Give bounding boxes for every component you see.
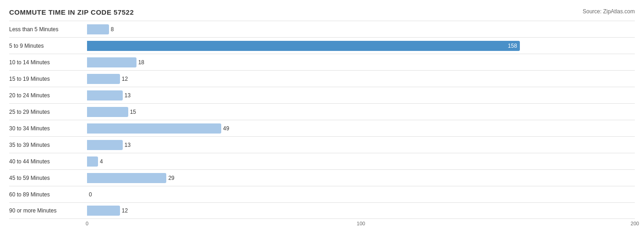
bar-row: 20 to 24 Minutes13 [9,87,635,103]
chart-container: COMMUTE TIME IN ZIP CODE 57522 Source: Z… [0,0,644,240]
bar-track: 15 [87,107,635,117]
bar-value-label: 158 [508,43,517,49]
bar-value-label: 13 [125,92,131,99]
bar-value-label: 8 [111,26,114,33]
bar-fill: 4 [87,156,98,167]
x-axis-tick: 0 [86,221,88,226]
bar-fill: 49 [87,123,221,134]
bar-row: 10 to 14 Minutes18 [9,54,635,70]
bar-row: 45 to 59 Minutes29 [9,169,635,186]
bar-row: 35 to 39 Minutes13 [9,136,635,153]
bar-row: 60 to 89 Minutes0 [9,186,635,202]
bar-value-label: 13 [125,142,131,148]
bar-track: 29 [87,173,635,183]
bar-row: 25 to 29 Minutes15 [9,103,635,120]
bar-track: 12 [87,206,635,216]
bar-track: 158 [87,41,635,51]
bar-label: 60 to 89 Minutes [9,191,87,198]
bar-row: 5 to 9 Minutes158 [9,37,635,54]
bar-label: Less than 5 Minutes [9,26,87,33]
bar-label: 25 to 29 Minutes [9,109,87,115]
bar-fill: 8 [87,24,109,34]
bar-fill: 158 [87,41,520,51]
bar-value-label: 49 [223,125,229,132]
bar-row: Less than 5 Minutes8 [9,21,635,37]
bar-fill: 13 [87,90,123,100]
bar-fill: 12 [87,74,120,84]
bar-track: 13 [87,140,635,150]
x-axis: 0100200 [87,221,635,229]
bar-track: 49 [87,123,635,134]
bar-label: 35 to 39 Minutes [9,142,87,148]
chart-header: COMMUTE TIME IN ZIP CODE 57522 Source: Z… [9,8,635,16]
bar-value-label: 18 [138,59,144,66]
bar-fill: 15 [87,107,128,117]
bar-track: 13 [87,90,635,100]
chart-source: Source: ZipAtlas.com [583,8,635,15]
bar-row: 90 or more Minutes12 [9,202,635,219]
bar-fill: 12 [87,206,120,216]
bar-label: 40 to 44 Minutes [9,158,87,165]
bar-row: 30 to 34 Minutes49 [9,120,635,136]
bar-track: 12 [87,74,635,84]
bar-track: 4 [87,156,635,167]
bar-track: 18 [87,57,635,67]
bar-label: 45 to 59 Minutes [9,175,87,181]
bar-value-label: 15 [130,109,136,115]
chart-area: Less than 5 Minutes85 to 9 Minutes15810 … [9,21,635,219]
bar-label: 20 to 24 Minutes [9,92,87,99]
bar-label: 90 or more Minutes [9,207,87,214]
bar-label: 10 to 14 Minutes [9,59,87,66]
bar-label: 15 to 19 Minutes [9,76,87,82]
bar-value-label: 4 [100,158,103,165]
bar-track: 8 [87,24,635,34]
bar-value-label: 12 [122,76,128,82]
x-axis-tick: 100 [357,221,365,226]
bar-value-label: 12 [122,207,128,214]
bar-row: 15 to 19 Minutes12 [9,70,635,87]
bar-fill: 18 [87,57,136,67]
bar-row: 40 to 44 Minutes4 [9,153,635,169]
bar-value-label: 29 [168,175,174,181]
bar-fill: 13 [87,140,123,150]
chart-title: COMMUTE TIME IN ZIP CODE 57522 [9,8,134,16]
bar-label: 5 to 9 Minutes [9,43,87,49]
bar-label: 30 to 34 Minutes [9,125,87,132]
bar-value-label: 0 [89,191,92,198]
x-axis-tick: 200 [631,221,639,226]
bar-track: 0 [87,190,635,200]
bar-fill: 29 [87,173,166,183]
